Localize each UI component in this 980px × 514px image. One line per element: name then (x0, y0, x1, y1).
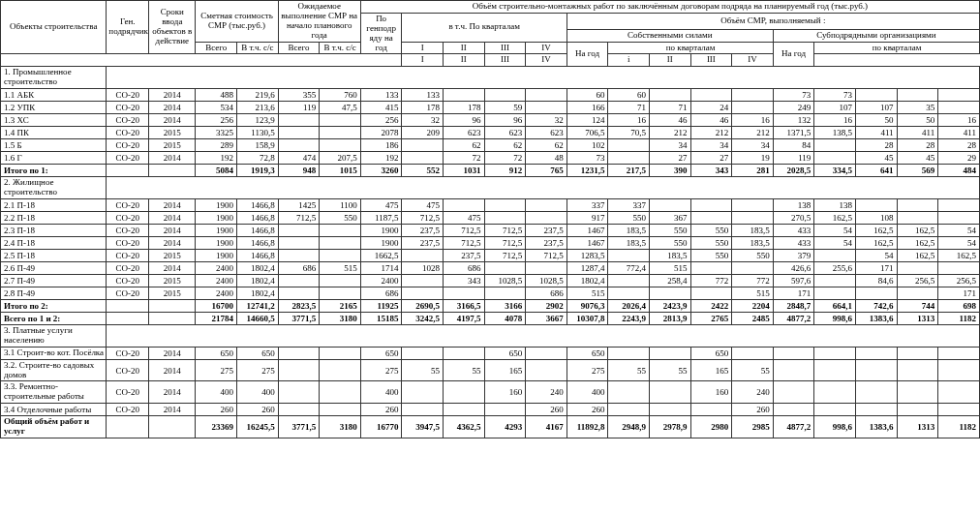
cell-value (484, 287, 526, 299)
cell-value: 275 (567, 359, 608, 381)
cell-value: 400 (567, 381, 608, 404)
cell-value (526, 89, 567, 102)
cell-value: 4293 (484, 416, 526, 438)
table-row: 2.3 П-18СО-20201419001466,81900237,5712,… (1, 224, 980, 236)
cell-value (526, 347, 567, 359)
cell-value: 73 (567, 152, 608, 165)
cell-value: 108 (855, 211, 897, 224)
cell-gen: СО-20 (107, 249, 149, 261)
cell-value (484, 261, 526, 274)
cell-value (402, 404, 444, 416)
row-label: 3.3. Ремонтно-строительные работы (1, 381, 107, 404)
cell-value: 1313 (897, 416, 938, 438)
cell-value: 998,6 (814, 416, 856, 438)
cell-value (897, 261, 938, 274)
table-row: Итого по 2:1670012741,22823,521651192526… (1, 299, 980, 312)
cell-value: 71 (608, 102, 650, 114)
cell-gen: СО-20 (107, 127, 149, 139)
cell-year (149, 312, 196, 324)
cell-value: 1714 (360, 261, 402, 274)
cell-value: 183,5 (608, 224, 650, 236)
cell-value (278, 114, 320, 127)
cell-value (320, 127, 361, 139)
cell-value: 948 (278, 165, 320, 177)
cell-value: 686 (444, 261, 485, 274)
hdr-own-year: На год (567, 42, 608, 67)
cell-value: 16770 (360, 416, 402, 438)
cell-value: 515 (567, 287, 608, 299)
cell-value (897, 347, 938, 359)
cell-value: 1028 (402, 261, 444, 274)
cell-value: 1900 (196, 249, 237, 261)
cell-value: 2978,9 (649, 416, 690, 438)
cell-gen: СО-20 (107, 152, 149, 165)
cell-value: 212 (732, 127, 774, 139)
cell-value: 60 (567, 89, 608, 102)
cell-value: 72 (484, 152, 526, 165)
cell-value (855, 347, 897, 359)
cell-gen: СО-20 (107, 224, 149, 236)
cell-value: 4078 (484, 312, 526, 324)
cell-value (649, 381, 690, 404)
cell-value: 3325 (196, 127, 237, 139)
table-row: 1.6 ГСО-20201419272,8474207,519272724873… (1, 152, 980, 165)
cell-value: 411 (897, 127, 938, 139)
cell-value (855, 198, 897, 211)
cell-value: 1187,5 (360, 211, 402, 224)
cell-value: 641 (855, 165, 897, 177)
table-row: 3.3. Ремонтно-строительные работыСО-2020… (1, 381, 980, 404)
cell-year: 2014 (149, 359, 196, 381)
cell-value: 72,8 (237, 152, 279, 165)
cell-value: 917 (567, 211, 608, 224)
cell-value: 249 (773, 102, 814, 114)
construction-plan-table: Объекты строительства Ген. подрядчик Сро… (0, 0, 980, 438)
cell-value: 712,5 (484, 236, 526, 249)
cell-value: 3166 (484, 299, 526, 312)
cell-value (938, 381, 980, 404)
cell-value: 2400 (196, 287, 237, 299)
table-row: 1.4 ПКСО-20201533251130,5207820962362362… (1, 127, 980, 139)
cell-value: 1802,4 (237, 274, 279, 287)
cell-value: 72 (444, 152, 485, 165)
hdr-q4: IV (526, 42, 567, 54)
hdr-smet: Сметная стоимость СМР (тыс.руб.) (196, 1, 278, 43)
cell-value (855, 287, 897, 299)
row-label: 2.8 П-49 (1, 287, 107, 299)
cell-year: 2014 (149, 114, 196, 127)
cell-value: 1802,4 (237, 287, 279, 299)
cell-value: 59 (484, 102, 526, 114)
cell-value: 912 (484, 165, 526, 177)
cell-value: 550 (690, 236, 732, 249)
row-label: 2.7 П-49 (1, 274, 107, 287)
cell-value: 12741,2 (237, 299, 279, 312)
cell-value: 73 (773, 89, 814, 102)
cell-value (278, 139, 320, 152)
cell-value: 5084 (196, 165, 237, 177)
cell-value: 16 (608, 114, 650, 127)
cell-value (278, 359, 320, 381)
cell-gen: СО-20 (107, 114, 149, 127)
cell-value: 166 (567, 102, 608, 114)
cell-value: 1313 (897, 312, 938, 324)
cell-value (526, 102, 567, 114)
cell-value: 475 (360, 198, 402, 211)
cell-value: 55 (732, 359, 774, 381)
cell-value: 60 (608, 89, 650, 102)
cell-value: 998,6 (814, 312, 856, 324)
cell-value (608, 274, 650, 287)
cell-value: 550 (608, 211, 650, 224)
cell-value: 1900 (196, 236, 237, 249)
hdr-gen: Ген. подрядчик (107, 1, 149, 54)
cell-value: 1467 (567, 236, 608, 249)
table-row: 1.2 УПКСО-202014534213,611947,5415178178… (1, 102, 980, 114)
cell-value: 162,5 (814, 211, 856, 224)
cell-value: 474 (278, 152, 320, 165)
cell-value: 84,6 (855, 274, 897, 287)
cell-year: 2014 (149, 404, 196, 416)
row-label: Всего по 1 и 2: (1, 312, 107, 324)
cell-value: 11892,8 (567, 416, 608, 438)
cell-value: 3260 (360, 165, 402, 177)
cell-value: 552 (402, 165, 444, 177)
row-label: 1.3 ХС (1, 114, 107, 127)
cell-value (608, 249, 650, 261)
